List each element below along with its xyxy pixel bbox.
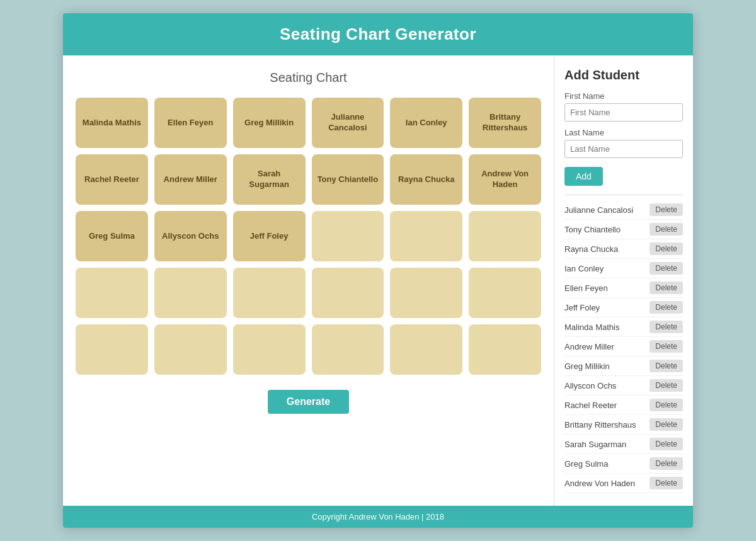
student-name: Jeff Foley bbox=[564, 303, 600, 312]
last-name-input[interactable] bbox=[564, 140, 683, 158]
student-name: Ellen Feyen bbox=[564, 283, 608, 293]
delete-button[interactable]: Delete bbox=[650, 203, 683, 216]
seat: Ian Conley bbox=[390, 98, 462, 148]
list-item: Andrew MillerDelete bbox=[564, 337, 683, 356]
seat bbox=[233, 324, 306, 375]
seat bbox=[154, 324, 227, 375]
main-content: Seating Chart Malinda MathisEllen FeyenG… bbox=[63, 55, 693, 506]
seat: Andrew Von Haden bbox=[469, 154, 541, 205]
student-name: Brittany Rittershaus bbox=[564, 420, 636, 430]
delete-button[interactable]: Delete bbox=[650, 379, 683, 392]
last-name-group: Last Name bbox=[564, 128, 683, 158]
list-item: Julianne CancalosiDelete bbox=[564, 200, 683, 220]
student-name: Andrew Von Haden bbox=[564, 479, 635, 488]
student-name: Julianne Cancalosi bbox=[564, 205, 633, 215]
seat bbox=[76, 268, 148, 318]
delete-button[interactable]: Delete bbox=[650, 360, 683, 372]
seat: Rayna Chucka bbox=[390, 154, 462, 205]
student-name: Andrew Miller bbox=[564, 342, 614, 351]
add-student-title: Add Student bbox=[564, 68, 683, 83]
seat bbox=[233, 268, 306, 318]
seat bbox=[390, 268, 462, 318]
seat: Rachel Reeter bbox=[76, 154, 148, 205]
seat bbox=[469, 324, 541, 375]
student-name: Rachel Reeter bbox=[564, 401, 617, 410]
first-name-input[interactable] bbox=[564, 103, 683, 122]
sidebar: Add Student First Name Last Name Add Jul… bbox=[554, 55, 693, 506]
delete-button[interactable]: Delete bbox=[650, 262, 683, 275]
list-item: Sarah SugarmanDelete bbox=[564, 435, 683, 454]
seat bbox=[76, 324, 148, 375]
list-item: Brittany RittershausDelete bbox=[564, 415, 683, 435]
list-item: Rayna ChuckaDelete bbox=[564, 239, 683, 259]
seat bbox=[312, 211, 384, 261]
student-name: Rayna Chucka bbox=[564, 244, 618, 254]
first-name-group: First Name bbox=[564, 91, 683, 122]
first-name-label: First Name bbox=[564, 91, 683, 101]
seat: Brittany Rittershaus bbox=[469, 98, 541, 148]
delete-button[interactable]: Delete bbox=[650, 418, 683, 431]
footer-text: Copyright Andrew Von Haden | 2018 bbox=[312, 512, 444, 521]
seat: Julianne Cancalosi bbox=[312, 98, 384, 148]
seat bbox=[312, 268, 384, 318]
list-item: Ian ConleyDelete bbox=[564, 259, 683, 278]
seat: Ellen Feyen bbox=[154, 98, 227, 148]
footer: Copyright Andrew Von Haden | 2018 bbox=[63, 506, 693, 528]
seat: Sarah Sugarman bbox=[233, 154, 306, 205]
delete-button[interactable]: Delete bbox=[650, 399, 683, 411]
seat: Jeff Foley bbox=[233, 211, 306, 261]
seat: Andrew Miller bbox=[154, 154, 227, 205]
student-name: Ian Conley bbox=[564, 264, 604, 273]
student-name: Sarah Sugarman bbox=[564, 440, 626, 449]
delete-button[interactable]: Delete bbox=[650, 340, 683, 353]
seat: Allyscon Ochs bbox=[154, 211, 227, 261]
seat: Greg Millikin bbox=[233, 98, 306, 148]
seating-grid: Malinda MathisEllen FeyenGreg MillikinJu… bbox=[76, 98, 541, 375]
last-name-label: Last Name bbox=[564, 128, 683, 137]
delete-button[interactable]: Delete bbox=[650, 477, 683, 489]
student-name: Tony Chiantello bbox=[564, 225, 621, 234]
list-item: Andrew Von HadenDelete bbox=[564, 474, 683, 493]
list-item: Jeff FoleyDelete bbox=[564, 298, 683, 317]
seat bbox=[469, 211, 541, 261]
seat bbox=[154, 268, 227, 318]
seat: Tony Chiantello bbox=[312, 154, 384, 205]
delete-button[interactable]: Delete bbox=[650, 223, 683, 236]
generate-button[interactable]: Generate bbox=[268, 390, 349, 414]
student-name: Greg Sulma bbox=[564, 459, 608, 469]
seating-area: Seating Chart Malinda MathisEllen FeyenG… bbox=[63, 55, 554, 506]
student-name: Greg Millikin bbox=[564, 362, 610, 371]
app-wrapper: Seating Chart Generator Seating Chart Ma… bbox=[63, 13, 693, 528]
delete-button[interactable]: Delete bbox=[650, 301, 683, 314]
delete-button[interactable]: Delete bbox=[650, 457, 683, 470]
list-item: Greg SulmaDelete bbox=[564, 454, 683, 474]
seat: Malinda Mathis bbox=[76, 98, 148, 148]
seating-chart-title: Seating Chart bbox=[76, 71, 541, 85]
seat: Greg Sulma bbox=[76, 211, 148, 261]
list-item: Rachel ReeterDelete bbox=[564, 396, 683, 415]
seat bbox=[469, 268, 541, 318]
student-name: Allyscon Ochs bbox=[564, 381, 616, 390]
seat bbox=[390, 211, 462, 261]
generate-button-wrap: Generate bbox=[76, 390, 541, 414]
list-item: Ellen FeyenDelete bbox=[564, 278, 683, 298]
delete-button[interactable]: Delete bbox=[650, 438, 683, 450]
delete-button[interactable]: Delete bbox=[650, 282, 683, 294]
list-item: Allyscon OchsDelete bbox=[564, 376, 683, 396]
student-name: Malinda Mathis bbox=[564, 322, 619, 332]
add-button[interactable]: Add bbox=[564, 167, 603, 186]
delete-button[interactable]: Delete bbox=[650, 242, 683, 255]
app-header: Seating Chart Generator bbox=[63, 13, 693, 55]
list-item: Tony ChiantelloDelete bbox=[564, 220, 683, 239]
seat bbox=[312, 324, 384, 375]
list-item: Greg MillikinDelete bbox=[564, 356, 683, 376]
list-item: Malinda MathisDelete bbox=[564, 317, 683, 337]
student-list: Julianne CancalosiDeleteTony ChiantelloD… bbox=[564, 195, 683, 493]
delete-button[interactable]: Delete bbox=[650, 321, 683, 333]
app-title: Seating Chart Generator bbox=[63, 25, 693, 44]
seat bbox=[390, 324, 462, 375]
